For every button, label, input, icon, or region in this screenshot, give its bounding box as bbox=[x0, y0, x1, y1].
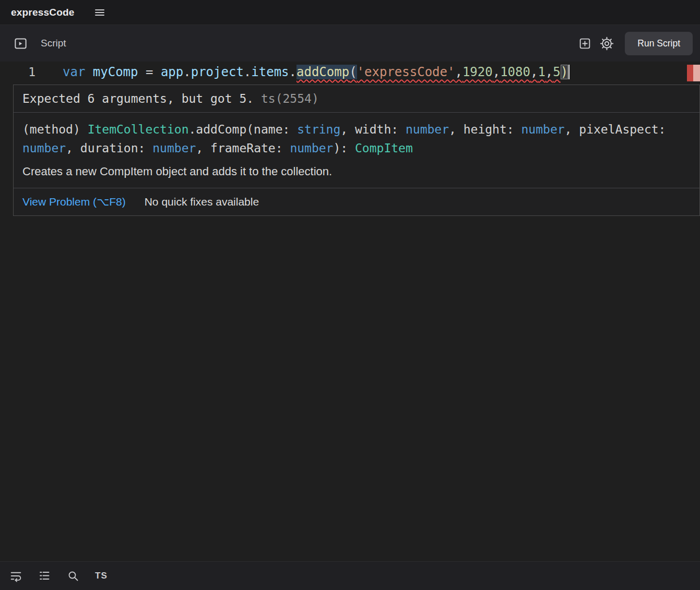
code-token: , width: bbox=[340, 123, 406, 136]
code-token: ( bbox=[349, 65, 357, 79]
script-panel-icon[interactable] bbox=[9, 32, 31, 54]
line-number: 1 bbox=[0, 65, 35, 79]
code-token: . bbox=[289, 65, 296, 79]
code-token: , bbox=[530, 65, 538, 79]
tab-script[interactable]: Script bbox=[41, 38, 66, 49]
word-wrap-icon[interactable] bbox=[9, 569, 22, 583]
app-title: expressCode bbox=[11, 7, 75, 18]
code-token: , height: bbox=[449, 123, 521, 136]
code-token: number bbox=[152, 141, 196, 155]
code-token: var bbox=[63, 65, 85, 79]
code-token: number bbox=[22, 141, 66, 155]
code-token: 'expressCode' bbox=[357, 65, 455, 79]
code-token: ) bbox=[561, 65, 568, 79]
language-mode-indicator[interactable]: TS bbox=[95, 571, 108, 581]
code-token: , frameRate: bbox=[196, 141, 290, 155]
code-token: addComp bbox=[296, 65, 349, 79]
code-token: , bbox=[493, 65, 500, 79]
code-token: = bbox=[138, 65, 161, 79]
diagnostic-message-row: Expected 6 arguments, but got 5. ts(2554… bbox=[14, 85, 699, 112]
hover-body: (method) ItemCollection.addComp(name: st… bbox=[14, 112, 699, 188]
code-token: app bbox=[161, 65, 183, 79]
code-token: , duration: bbox=[66, 141, 152, 155]
search-icon[interactable] bbox=[66, 569, 80, 583]
code-editor[interactable]: 1 var myComp = app.project.items.addComp… bbox=[0, 62, 700, 561]
code-token: number bbox=[290, 141, 333, 155]
code-token: ): bbox=[333, 141, 355, 155]
add-panel-icon[interactable] bbox=[574, 32, 596, 54]
hover-footer: View Problem (⌥F8) No quick fixes availa… bbox=[14, 188, 699, 215]
method-description: Creates a new CompItem object and adds i… bbox=[22, 165, 691, 178]
code-token: number bbox=[406, 123, 449, 136]
code-token: 1080 bbox=[500, 65, 530, 79]
code-token: CompItem bbox=[355, 141, 413, 155]
code-content[interactable]: var myComp = app.project.items.addComp('… bbox=[63, 65, 568, 79]
method-signature: (method) ItemCollection.addComp(name: st… bbox=[22, 120, 691, 158]
error-mark bbox=[687, 65, 693, 81]
code-token: string bbox=[297, 123, 340, 136]
code-token: , pixelAspect: bbox=[565, 123, 673, 136]
quick-fix-status: No quick fixes available bbox=[145, 196, 259, 208]
code-token: 5 bbox=[553, 65, 560, 79]
code-token: project bbox=[191, 65, 244, 79]
code-token: ItemCollection bbox=[88, 123, 189, 136]
code-token: (method) bbox=[22, 123, 88, 136]
outline-icon[interactable] bbox=[38, 569, 51, 583]
toolbar: Script Run Script bbox=[0, 25, 700, 62]
code-token: 1920 bbox=[462, 65, 493, 79]
status-bar: TS bbox=[0, 561, 700, 590]
title-bar: expressCode bbox=[0, 0, 700, 25]
code-token: myComp bbox=[93, 65, 138, 79]
view-problem-link[interactable]: View Problem (⌥F8) bbox=[22, 196, 126, 208]
code-token: items bbox=[251, 65, 289, 79]
code-token: . bbox=[183, 65, 191, 79]
code-token: , bbox=[545, 65, 553, 79]
run-script-button[interactable]: Run Script bbox=[625, 32, 693, 55]
scrollbar-error-marker[interactable] bbox=[687, 65, 700, 81]
scroll-thumb bbox=[693, 65, 700, 81]
code-token: . bbox=[244, 65, 251, 79]
code-token: , bbox=[455, 65, 462, 79]
settings-gear-icon[interactable] bbox=[596, 32, 618, 54]
hamburger-menu-icon[interactable] bbox=[94, 8, 105, 17]
diagnostic-hover-popup: Expected 6 arguments, but got 5. ts(2554… bbox=[13, 85, 700, 216]
code-token bbox=[85, 65, 92, 79]
code-line-1[interactable]: 1 var myComp = app.project.items.addComp… bbox=[0, 62, 700, 79]
code-token: number bbox=[521, 123, 565, 136]
diagnostic-message: Expected 6 arguments, but got 5. bbox=[22, 92, 254, 105]
text-cursor bbox=[568, 65, 570, 79]
diagnostic-code-value: ts(2554) bbox=[261, 92, 319, 105]
code-token: .addComp(name: bbox=[189, 123, 298, 136]
code-token: 1 bbox=[538, 65, 545, 79]
